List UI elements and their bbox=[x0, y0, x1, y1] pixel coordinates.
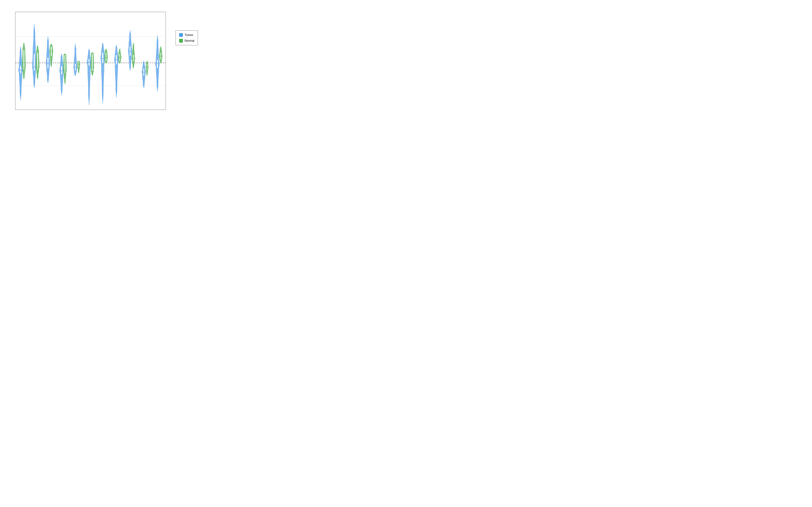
svg-rect-168 bbox=[34, 35, 35, 36]
svg-rect-118 bbox=[18, 68, 19, 68]
svg-rect-175 bbox=[34, 39, 34, 39]
svg-rect-585 bbox=[147, 74, 147, 74]
svg-rect-595 bbox=[147, 65, 147, 65]
svg-rect-560 bbox=[144, 88, 145, 88]
svg-rect-407 bbox=[103, 82, 104, 82]
svg-rect-327 bbox=[76, 68, 77, 68]
svg-rect-646 bbox=[159, 52, 160, 52]
svg-rect-293 bbox=[59, 58, 60, 58]
svg-rect-275 bbox=[61, 60, 61, 60]
svg-rect-567 bbox=[143, 88, 143, 88]
svg-rect-565 bbox=[143, 81, 144, 81]
svg-rect-423 bbox=[102, 83, 102, 84]
svg-rect-383 bbox=[88, 97, 88, 98]
svg-rect-533 bbox=[130, 61, 130, 61]
svg-rect-635 bbox=[159, 55, 160, 56]
svg-rect-367 bbox=[90, 53, 90, 54]
svg-rect-140 bbox=[20, 53, 20, 53]
svg-rect-415 bbox=[103, 100, 103, 101]
svg-rect-354 bbox=[80, 68, 80, 68]
svg-rect-361 bbox=[89, 85, 89, 85]
svg-rect-292 bbox=[63, 65, 63, 66]
svg-rect-380 bbox=[88, 87, 89, 87]
legend: Tumor Normal bbox=[175, 31, 198, 45]
svg-rect-290 bbox=[60, 75, 60, 76]
svg-rect-555 bbox=[144, 73, 145, 73]
svg-rect-381 bbox=[89, 58, 89, 58]
svg-rect-121 bbox=[22, 60, 22, 60]
svg-rect-171 bbox=[33, 36, 33, 36]
svg-rect-620 bbox=[155, 88, 156, 88]
svg-rect-352 bbox=[79, 68, 79, 68]
svg-rect-495 bbox=[119, 58, 120, 59]
svg-rect-269 bbox=[63, 91, 63, 92]
svg-rect-158 bbox=[24, 64, 24, 64]
svg-rect-645 bbox=[160, 51, 161, 51]
svg-rect-433 bbox=[100, 66, 101, 66]
svg-rect-413 bbox=[104, 61, 105, 61]
svg-rect-227 bbox=[46, 68, 46, 68]
svg-rect-340 bbox=[74, 72, 74, 72]
svg-rect-545 bbox=[132, 54, 133, 54]
svg-rect-535 bbox=[134, 43, 135, 44]
svg-rect-638 bbox=[162, 62, 162, 63]
svg-rect-554 bbox=[133, 65, 134, 65]
svg-rect-294 bbox=[63, 90, 63, 90]
svg-rect-385 bbox=[87, 65, 87, 65]
svg-rect-547 bbox=[133, 48, 134, 48]
svg-rect-507 bbox=[131, 49, 132, 49]
svg-rect-301 bbox=[64, 68, 65, 69]
svg-rect-295 bbox=[64, 71, 65, 71]
legend-label-normal: Normal bbox=[185, 39, 194, 43]
svg-rect-239 bbox=[46, 48, 47, 48]
svg-rect-556 bbox=[144, 72, 144, 73]
svg-rect-307 bbox=[64, 64, 65, 64]
svg-rect-92 bbox=[133, 55, 134, 61]
svg-rect-378 bbox=[88, 77, 89, 77]
svg-rect-608 bbox=[159, 48, 159, 48]
svg-rect-487 bbox=[118, 59, 119, 59]
svg-rect-526 bbox=[130, 57, 131, 57]
svg-rect-409 bbox=[102, 69, 102, 69]
svg-rect-353 bbox=[77, 67, 78, 67]
svg-rect-626 bbox=[157, 55, 157, 55]
svg-rect-604 bbox=[146, 70, 146, 70]
svg-rect-116 bbox=[21, 48, 22, 49]
svg-rect-387 bbox=[90, 58, 90, 59]
svg-rect-623 bbox=[156, 58, 156, 59]
svg-rect-166 bbox=[36, 36, 36, 37]
svg-rect-192 bbox=[33, 78, 34, 78]
svg-rect-313 bbox=[66, 67, 66, 67]
svg-rect-228 bbox=[49, 42, 49, 42]
svg-rect-164 bbox=[24, 76, 25, 76]
svg-rect-642 bbox=[160, 48, 161, 49]
svg-rect-282 bbox=[63, 55, 64, 55]
svg-rect-129 bbox=[21, 77, 22, 77]
svg-rect-609 bbox=[158, 66, 158, 66]
violin-chart: 4681012BLCABRCACOADHNSCKICHKIRCLUADLUSCP… bbox=[15, 12, 166, 110]
svg-rect-346 bbox=[80, 70, 80, 70]
svg-rect-264 bbox=[52, 61, 53, 61]
svg-rect-536 bbox=[134, 45, 134, 45]
svg-rect-305 bbox=[64, 61, 65, 61]
svg-rect-246 bbox=[51, 61, 52, 62]
svg-rect-408 bbox=[101, 73, 102, 73]
svg-rect-469 bbox=[117, 58, 118, 58]
svg-rect-183 bbox=[34, 87, 34, 87]
svg-rect-314 bbox=[64, 78, 65, 78]
svg-rect-416 bbox=[101, 71, 101, 72]
svg-rect-552 bbox=[132, 58, 133, 58]
svg-rect-404 bbox=[93, 72, 94, 72]
svg-rect-162 bbox=[24, 61, 25, 62]
svg-rect-429 bbox=[101, 100, 101, 100]
svg-rect-25 bbox=[34, 54, 35, 71]
svg-rect-605 bbox=[156, 36, 157, 37]
svg-rect-531 bbox=[128, 37, 129, 37]
svg-rect-432 bbox=[101, 89, 102, 89]
svg-rect-444 bbox=[106, 60, 107, 60]
svg-rect-445 bbox=[107, 50, 108, 50]
svg-rect-510 bbox=[128, 38, 129, 38]
svg-rect-219 bbox=[47, 79, 47, 80]
svg-rect-132 bbox=[19, 53, 19, 53]
svg-rect-548 bbox=[132, 49, 132, 49]
